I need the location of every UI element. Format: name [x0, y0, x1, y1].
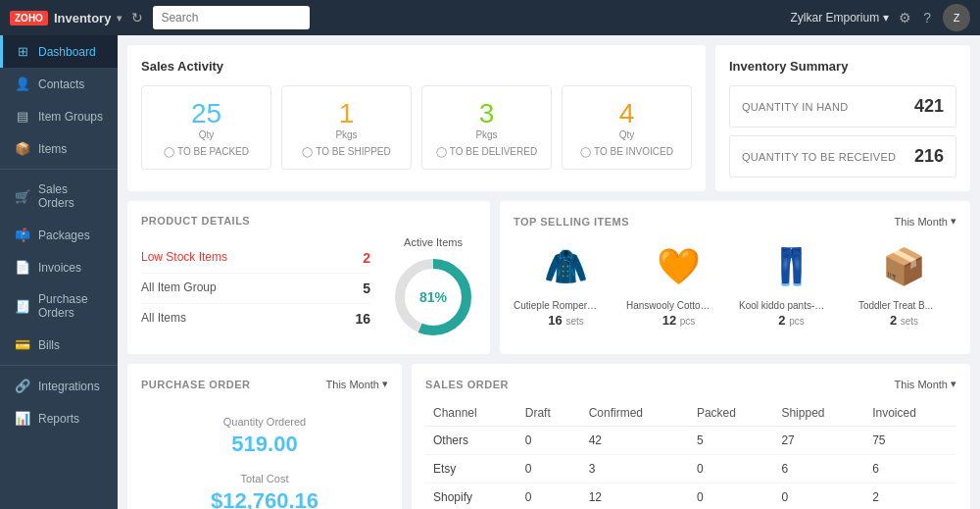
po-period[interactable]: This Month ▾: [326, 378, 388, 390]
top-selling-period[interactable]: This Month ▾: [895, 215, 956, 228]
sidebar-item-contacts[interactable]: 👤 Contacts: [0, 68, 118, 100]
pack-unit: Qty: [154, 129, 259, 140]
inventory-summary-card: Inventory Summary QUANTITY IN HAND 421 Q…: [715, 45, 970, 191]
sidebar-item-bills[interactable]: 💳 Bills: [0, 329, 118, 361]
so-period-arrow: ▾: [951, 378, 956, 390]
row-2-shipped: 0: [773, 484, 864, 510]
app-name: Inventory: [54, 11, 112, 25]
top-selling-header: TOP SELLING ITEMS This Month ▾: [514, 215, 956, 228]
sidebar-item-integrations[interactable]: 🔗 Integrations: [0, 370, 118, 402]
sidebar-item-item-groups[interactable]: ▤ Item Groups: [0, 100, 118, 132]
pd-row-allitems: All Items 16: [141, 304, 370, 333]
sidebar-item-purchase-orders[interactable]: 🧾 Purchase Orders: [0, 283, 118, 329]
sales-activity-title: Sales Activity: [141, 59, 692, 74]
row-1-shipped: 6: [773, 455, 864, 484]
sidebar-item-items[interactable]: 📦 Items: [0, 132, 118, 165]
help-icon[interactable]: ?: [923, 10, 931, 25]
po-qty-value: 519.00: [141, 432, 388, 457]
sidebar-item-label: Sales Orders: [38, 182, 106, 210]
col-packed: Packed: [689, 400, 774, 427]
sidebar-item-sales-orders[interactable]: 🛒 Sales Orders: [0, 174, 118, 219]
app-logo: ZOHO Inventory ▾: [10, 11, 122, 25]
row-1-invoiced: 6: [864, 455, 956, 484]
ts-item-2-qty: 2 pcs: [739, 313, 844, 328]
row-1-confirmed: 3: [581, 455, 689, 484]
activity-card-deliver: 3 Pkgs ◯ TO BE DELIVERED: [421, 85, 552, 170]
search-input[interactable]: [153, 6, 310, 29]
col-shipped: Shipped: [773, 400, 864, 427]
refresh-icon[interactable]: ↻: [131, 10, 143, 25]
ts-item-0-qty: 16 sets: [514, 313, 618, 328]
sidebar-item-packages[interactable]: 📫 Packages: [0, 219, 118, 251]
topbar: ZOHO Inventory ▾ ↻ Zylkar Emporium ▾ ⚙ ?…: [0, 0, 980, 35]
purchase-order-card: PURCHASE ORDER This Month ▾ Quantity Ord…: [127, 364, 402, 509]
row-0-channel: Others: [425, 427, 517, 455]
sales-order-card: SALES ORDER This Month ▾ Channel Draft C…: [412, 364, 970, 509]
period-arrow: ▾: [951, 215, 956, 228]
sales-activity-cards: 25 Qty ◯ TO BE PACKED 1 Pkgs ◯ TO BE SHI…: [141, 85, 692, 170]
top-selling-items: 🧥 Cutieple Rompers-jet... 16 sets 🧡 Hans…: [514, 237, 956, 328]
activity-card-pack: 25 Qty ◯ TO BE PACKED: [141, 85, 271, 170]
table-row: Others 0 42 5 27 75: [425, 427, 956, 455]
ts-item-2-name: Kool kiddo pants-cow...: [739, 300, 827, 311]
inv-hand-label: QUANTITY IN HAND: [742, 101, 849, 113]
org-selector[interactable]: Zylkar Emporium ▾: [791, 11, 890, 25]
col-invoiced: Invoiced: [864, 400, 956, 427]
top-selling-card: TOP SELLING ITEMS This Month ▾ 🧥 Cutiepl…: [500, 201, 970, 354]
sidebar-item-invoices[interactable]: 📄 Invoices: [0, 251, 118, 283]
sidebar-item-label: Invoices: [38, 261, 81, 275]
donut-chart-area: Active Items 81%: [390, 236, 476, 340]
so-title: SALES ORDER: [425, 379, 509, 390]
product-details-rows: Low Stock Items 2 All Item Group 5 All I…: [141, 243, 370, 333]
donut-percent-label: 81%: [419, 289, 447, 305]
ship-value: 1: [294, 98, 399, 129]
activity-card-ship: 1 Pkgs ◯ TO BE SHIPPED: [281, 85, 412, 170]
ts-item-2: 👖 Kool kiddo pants-cow... 2 pcs: [739, 237, 844, 328]
ts-item-3-name: Toddler Treat B...: [852, 300, 940, 311]
invoice-value: 4: [574, 98, 679, 129]
item-groups-icon: ▤: [15, 109, 30, 124]
sidebar-item-reports[interactable]: 📊 Reports: [0, 402, 118, 434]
table-row: Shopify 0 12 0 0 2: [425, 484, 956, 510]
sales-activity-card: Sales Activity 25 Qty ◯ TO BE PACKED 1 P…: [127, 45, 706, 191]
sales-order-table: Channel Draft Confirmed Packed Shipped I…: [425, 400, 956, 509]
so-period[interactable]: This Month ▾: [895, 378, 956, 390]
pd-itemgroup-label: All Item Group: [141, 280, 217, 296]
settings-icon[interactable]: ⚙: [899, 10, 911, 25]
bills-icon: 💳: [15, 337, 30, 352]
ts-item-1-unit: pcs: [680, 316, 696, 327]
ts-item-3-qty: 2 sets: [852, 313, 956, 328]
inv-row-receive: QUANTITY TO BE RECEIVED 216: [729, 135, 956, 178]
row-0-confirmed: 42: [581, 427, 689, 455]
ship-label: ◯ TO BE SHIPPED: [294, 146, 399, 157]
row-2-packed: 0: [689, 484, 774, 510]
po-title: PURCHASE ORDER: [141, 379, 251, 390]
sidebar-divider: [0, 169, 118, 170]
row-1-channel: Etsy: [425, 455, 517, 484]
sidebar-divider-2: [0, 365, 118, 366]
po-header: PURCHASE ORDER This Month ▾: [141, 378, 388, 390]
col-confirmed: Confirmed: [581, 400, 689, 427]
ts-item-1-img: 🧡: [650, 237, 709, 296]
invoices-icon: 📄: [15, 260, 30, 275]
ts-item-0-unit: sets: [565, 316, 583, 327]
org-name: Zylkar Emporium: [791, 11, 880, 25]
inv-hand-value: 421: [914, 96, 944, 117]
product-details-title: PRODUCT DETAILS: [141, 215, 476, 227]
ts-item-2-unit: pcs: [789, 316, 805, 327]
items-icon: 📦: [15, 141, 30, 156]
invoice-unit: Qty: [574, 129, 679, 140]
sidebar-item-dashboard[interactable]: ⊞ Dashboard: [0, 35, 118, 68]
main-layout: ⊞ Dashboard 👤 Contacts ▤ Item Groups 📦 I…: [0, 35, 980, 509]
logo-arrow: ▾: [117, 13, 122, 24]
deliver-value: 3: [434, 98, 539, 129]
ship-unit: Pkgs: [294, 129, 399, 140]
avatar[interactable]: Z: [943, 4, 970, 31]
deliver-icon: ◯: [436, 146, 447, 157]
row-2-invoiced: 2: [864, 484, 956, 510]
contacts-icon: 👤: [15, 76, 30, 91]
deliver-label: ◯ TO BE DELIVERED: [434, 146, 539, 157]
ts-item-1-name: Hanswooly Cotton cas...: [626, 300, 714, 311]
product-details-content: Low Stock Items 2 All Item Group 5 All I…: [141, 236, 476, 340]
row-0-draft: 0: [517, 427, 581, 455]
